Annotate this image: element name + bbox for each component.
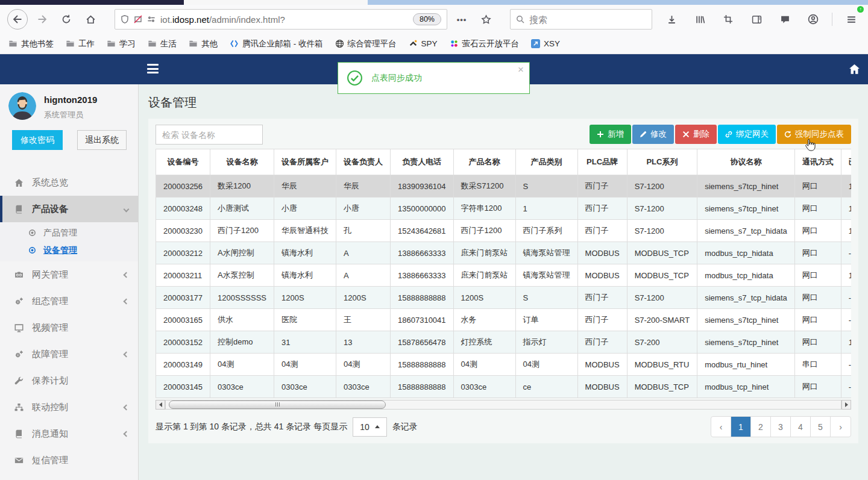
bookmark-item[interactable]: 腾讯企业邮箱 - 收件箱 [230,39,323,49]
sidebar-collapse-icon[interactable] [147,64,159,76]
scroll-left-icon[interactable] [156,400,165,410]
sidebar-item-0[interactable]: 系统总览 [0,169,138,196]
page-1-button[interactable]: 1 [731,417,751,437]
os-tab-strip [0,0,868,5]
reload-icon[interactable] [57,10,76,29]
page-5-button[interactable]: 5 [811,417,831,437]
table-cell: modbus_tcp_hinet [697,376,795,398]
page-prev-button[interactable]: ‹ [711,417,731,437]
zoom-level-badge[interactable]: 80% [413,13,441,25]
table-row[interactable]: 200003165供水医院王18607310041水务订单西门子S7-200-S… [156,309,852,331]
bookmark-star-icon[interactable] [476,10,495,29]
shield-icon[interactable] [121,15,129,23]
sidebar-subitem-1-0[interactable]: 产品管理 [0,224,138,242]
table-row[interactable]: 2000031450303ce0303ce0303ce1588888888803… [156,376,852,398]
back-icon[interactable] [7,9,28,30]
sidebar-subitem-label: 设备管理 [43,245,77,256]
download-icon[interactable] [662,10,681,29]
table-row[interactable]: 200003211A水泵控制镇海水利A13886663333庶来门前泵站镇海泵站… [156,264,852,287]
sidebar-item-label: 网关管理 [32,269,68,281]
sidebar-item-5[interactable]: 故障管理 [0,341,138,367]
sidebar-item-8[interactable]: 消息通知 [0,420,138,447]
绑定网关-button[interactable]: 绑定网关 [718,125,776,144]
url-text[interactable]: iot.idosp.net/admin/index.html? [160,14,285,25]
page-next-button[interactable]: › [831,417,851,437]
sidebar-item-3[interactable]: 组态管理 [0,288,138,314]
table-row[interactable]: 2000031771200SSSSSS1200S1200S15888888888… [156,287,852,309]
sidebar-item-label: 联动控制 [32,402,68,413]
table-cell: 数采S71200 [453,175,515,198]
logout-button[interactable]: 退出系统 [77,130,127,150]
强制同步点表-button[interactable]: 强制同步点表 [777,125,851,144]
table-row[interactable]: 200003212A水闸控制镇海水利A13886663333庶来门前泵站镇海泵站… [156,242,852,264]
device-search-input[interactable] [156,125,263,145]
browser-search-input[interactable] [529,14,646,25]
menu-hamburger-icon[interactable]: ↑ [841,10,861,29]
table-cell: 0303ce [274,376,336,398]
bookmark-item[interactable]: 其他书签 [8,39,54,49]
bookmark-item[interactable]: 工作 [66,39,95,49]
table-cell: A水泵控制 [210,264,274,287]
page-title: 设备管理 [148,95,868,111]
table-cell: 0303ce [453,376,515,398]
scroll-right-icon[interactable] [841,400,851,410]
table-row[interactable]: 200003230西门子1200华辰智通科技孔15243642681西门子120… [156,220,852,242]
bookmark-item[interactable]: XSY [531,39,560,48]
sidebar-item-10[interactable]: 卡号管理 [0,473,138,480]
scrollbar-thumb[interactable] [169,401,386,409]
sidebar-toggle-icon[interactable] [747,10,766,29]
table-row[interactable]: 200003256数采1200华辰华辰18390936104数采S71200S西… [156,175,852,198]
bookmark-item[interactable]: 学习 [107,39,136,49]
chat-bubble-icon[interactable] [775,10,794,29]
bookmark-item[interactable]: 其他 [189,39,218,49]
bookmark-item[interactable]: 生活 [148,39,177,49]
success-check-icon [347,70,363,86]
toast-close-icon[interactable]: × [518,64,524,75]
table-cell: 04测 [336,354,391,376]
forward-icon[interactable] [33,10,52,29]
bookmark-item[interactable]: 综合管理平台 [335,39,397,49]
table-row[interactable]: 200003152控制demo311315878656478灯控系统指示灯西门子… [156,331,852,354]
page-3-button[interactable]: 3 [771,417,791,437]
library-icon[interactable] [690,10,709,29]
scrollbar-track[interactable] [165,400,841,410]
sidebar-item-9[interactable]: 短信管理 [0,447,138,473]
permissions-icon[interactable] [147,15,156,23]
sidebar-item-4[interactable]: 视频管理 [0,314,138,341]
column-header: PLC品牌 [577,149,627,175]
folder-icon [148,39,157,48]
app-home-icon[interactable] [849,63,860,75]
bookmark-item[interactable]: SPY [409,39,438,48]
blocked-content-icon[interactable] [134,15,142,23]
table-row[interactable]: 200003248小唐测试小唐小唐13500000000字符串12001西门子S… [156,198,852,220]
page-4-button[interactable]: 4 [791,417,811,437]
page-actions-icon[interactable]: ••• [452,10,471,29]
sidebar-item-2[interactable]: 网关管理 [0,261,138,288]
删除-button[interactable]: 删除 [675,125,717,144]
table-cell: MODBUS [577,376,627,398]
url-bar[interactable]: iot.idosp.net/admin/index.html? 80% [115,9,447,30]
screenshot-crop-icon[interactable] [719,10,738,29]
table-row[interactable]: 20000314904测04测04测1588888888804测04测MODBU… [156,354,852,376]
sidebar-subitem-1-1[interactable]: 设备管理 [0,242,138,259]
table-cell: 镇海水利 [274,264,336,287]
table-cell: S [515,175,577,198]
修改-button[interactable]: 修改 [632,125,674,144]
bookmark-item[interactable]: 萤石云开放平台 [450,39,520,49]
page-size-select[interactable]: 10 [353,417,387,437]
page-2-button[interactable]: 2 [751,417,771,437]
table-cell: 1000000 [841,264,851,287]
ezviz-icon [450,39,459,48]
新增-button[interactable]: 新增 [590,125,631,144]
change-password-button[interactable]: 修改密码 [12,130,63,150]
sidebar-item-6[interactable]: 保养计划 [0,367,138,394]
column-header: 设备负责人 [336,149,391,175]
sidebar-item-1[interactable]: 产品设备 [0,196,138,222]
browser-search-box[interactable] [510,9,652,30]
toast-notification: 点表同步成功 × [338,62,530,94]
table-cell: 王 [336,309,391,331]
sidebar-item-7[interactable]: 联动控制 [0,394,138,420]
account-icon[interactable] [804,10,823,29]
browser-home-icon[interactable] [81,10,100,29]
column-header: 设备编号 [156,149,210,175]
